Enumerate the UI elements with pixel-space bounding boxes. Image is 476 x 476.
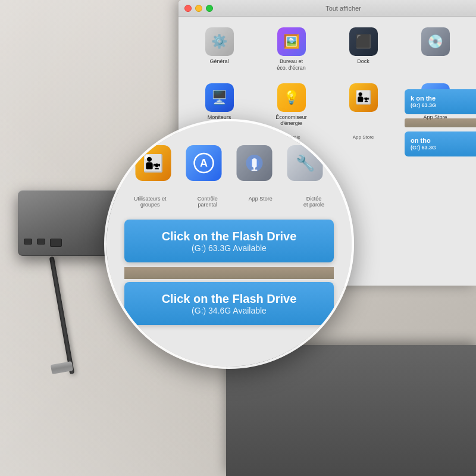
side-panel-right: k on the (G:) 63.3G on tho (G:) 63.3G xyxy=(405,89,476,156)
pref-item-desktop[interactable]: 🖼️ Bureau etéco. d'écran xyxy=(258,24,325,75)
energy-icon: 💡 xyxy=(277,83,306,112)
mac-maximize-button[interactable] xyxy=(206,5,213,12)
svg-rect-4 xyxy=(253,167,255,170)
circle-magnifier: 👨‍👧 A xyxy=(104,119,354,369)
side-btn-2-title: on tho xyxy=(411,136,476,145)
parental-icon: 👨‍👧 xyxy=(349,83,378,112)
usb-port-1 xyxy=(24,239,32,245)
circle-label-appstore: App Store xyxy=(249,196,273,208)
mac-minimize-button[interactable] xyxy=(195,5,202,12)
dock-label: Dock xyxy=(357,58,369,65)
circle-icon-parental: 👨‍👧 xyxy=(136,145,171,181)
pref-item-dock[interactable]: ⬛ Dock xyxy=(330,24,397,75)
general-icon: ⚙️ xyxy=(205,27,234,56)
svg-text:A: A xyxy=(200,157,208,169)
dock-icon: ⬛ xyxy=(349,27,378,56)
flash-drive-button-1[interactable]: Click on the Flash Drive (G:) 63.3G Avai… xyxy=(124,220,334,262)
monitors-icon: 🖥️ xyxy=(205,83,234,112)
side-btn-2-subtitle: (G:) 63.3G xyxy=(411,145,476,152)
mac-titlebar: Tout afficher xyxy=(178,0,476,17)
circle-icon-extensions: 🔧 xyxy=(287,145,323,181)
circle-appstore-icon: A xyxy=(186,145,222,181)
dvd-icon: 💿 xyxy=(421,27,450,56)
usb-port-2 xyxy=(37,239,45,245)
flash-drive-button-2[interactable]: Click on the Flash Drive (G:) 34.6G Avai… xyxy=(124,282,334,325)
usb-port-3 xyxy=(50,239,62,247)
flash-btn-2-title: Click on the Flash Drive xyxy=(162,292,297,306)
general-label: Général xyxy=(209,58,228,65)
flash-btn-1-title: Click on the Flash Drive xyxy=(162,229,297,243)
desktop-label: Bureau etéco. d'écran xyxy=(277,58,306,71)
circle-label-utilisateurs: Utilisateurs etgroupes xyxy=(134,196,167,208)
circle-label-controle: Contrôleparental xyxy=(198,196,218,208)
desktop-icon: 🖼️ xyxy=(277,27,306,56)
mac-close-button[interactable] xyxy=(184,5,192,12)
side-btn-2[interactable]: on tho (G:) 63.3G xyxy=(405,131,476,156)
usb-hub-ports xyxy=(24,239,62,247)
circle-landscape-bar xyxy=(124,267,334,279)
side-btn-1[interactable]: k on the (G:) 63.3G xyxy=(405,89,476,114)
pref-item-general[interactable]: ⚙️ Général xyxy=(186,24,253,75)
circle-icon-appstore: A xyxy=(186,145,222,181)
flash-btn-1-subtitle: (G:) 63.3G Available xyxy=(192,243,267,253)
circle-icons-row: 👨‍👧 A xyxy=(136,145,323,181)
flash-btn-2-subtitle: (G:) 34.6G Available xyxy=(192,306,267,315)
side-landscape-divider xyxy=(405,118,476,127)
pref-item-dvd[interactable]: 💿 xyxy=(402,24,469,75)
circle-label-dictee: Dictéeet parole xyxy=(303,196,324,208)
circle-text-labels: Utilisateurs etgroupes Contrôleparental … xyxy=(107,196,352,208)
side-btn-1-title: k on the xyxy=(411,94,476,102)
circle-parental-icon: 👨‍👧 xyxy=(136,145,171,181)
circle-extensions-icon: 🔧 xyxy=(287,145,323,181)
mac-window-title: Tout afficher xyxy=(217,5,470,12)
svg-rect-5 xyxy=(252,170,258,171)
circle-icon-dictation xyxy=(237,145,273,181)
side-btn-1-subtitle: (G:) 63.3G xyxy=(411,102,476,109)
circle-dictation-icon xyxy=(237,145,273,181)
